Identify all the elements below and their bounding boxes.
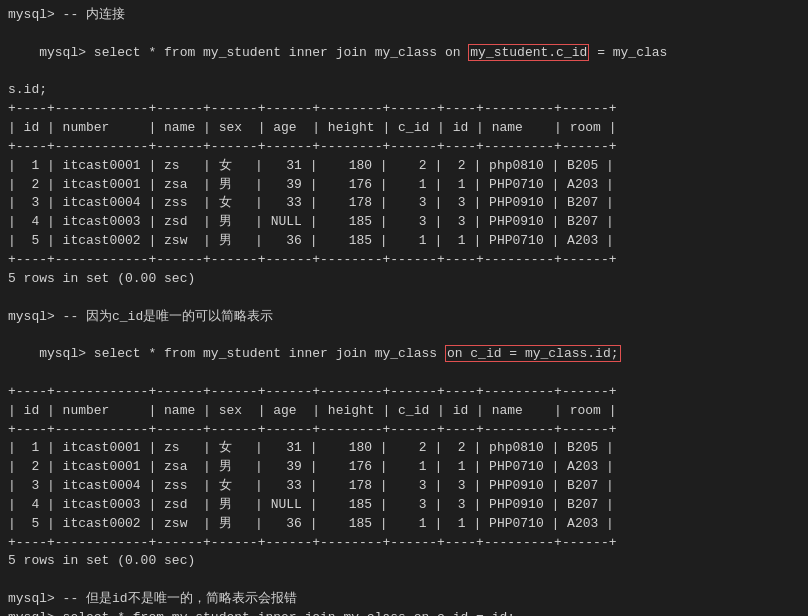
table2-row-2: | 2 | itcast0001 | zsa | 男 | 39 | 176 | … (8, 458, 800, 477)
table1-row-2: | 2 | itcast0001 | zsa | 男 | 39 | 176 | … (8, 176, 800, 195)
table1-header: | id | number | name | sex | age | heigh… (8, 119, 800, 138)
table1-row-5: | 5 | itcast0002 | zsw | 男 | 36 | 185 | … (8, 232, 800, 251)
table1-border-mid: +----+------------+------+------+------+… (8, 138, 800, 157)
highlight-student-cid: my_student.c_id (468, 44, 589, 61)
table1-border-top: +----+------------+------+------+------+… (8, 100, 800, 119)
terminal-window: mysql> -- 内连接 mysql> select * from my_st… (0, 0, 808, 616)
table2-row-4: | 4 | itcast0003 | zsd | 男 | NULL | 185 … (8, 496, 800, 515)
table1-result: 5 rows in set (0.00 sec) (8, 270, 800, 289)
line-15: mysql> -- 因为c_id是唯一的可以简略表示 (8, 308, 800, 327)
blank-2 (8, 571, 800, 590)
line-16: mysql> select * from my_student inner jo… (8, 326, 800, 383)
table1-row-1: | 1 | itcast0001 | zs | 女 | 31 | 180 | 2… (8, 157, 800, 176)
table1-row-3: | 3 | itcast0004 | zss | 女 | 33 | 178 | … (8, 194, 800, 213)
line-2: mysql> select * from my_student inner jo… (8, 25, 800, 82)
line-29: mysql> select * from my_student inner jo… (8, 609, 800, 616)
highlight-on-cid: on c_id = my_class.id; (445, 345, 621, 362)
table2-row-5: | 5 | itcast0002 | zsw | 男 | 36 | 185 | … (8, 515, 800, 534)
table2-row-3: | 3 | itcast0004 | zss | 女 | 33 | 178 | … (8, 477, 800, 496)
table1-border-bot: +----+------------+------+------+------+… (8, 251, 800, 270)
table1-row-4: | 4 | itcast0003 | zsd | 男 | NULL | 185 … (8, 213, 800, 232)
table2-result: 5 rows in set (0.00 sec) (8, 552, 800, 571)
table2-border-mid: +----+------------+------+------+------+… (8, 421, 800, 440)
table2-border-top: +----+------------+------+------+------+… (8, 383, 800, 402)
table2-border-bot: +----+------------+------+------+------+… (8, 534, 800, 553)
table2-header: | id | number | name | sex | age | heigh… (8, 402, 800, 421)
line-28: mysql> -- 但是id不是唯一的，简略表示会报错 (8, 590, 800, 609)
line-2-suffix: = my_clas (589, 45, 667, 60)
line-3: s.id; (8, 81, 800, 100)
line-2-prefix: mysql> select * from my_student inner jo… (39, 45, 468, 60)
line-16-prefix: mysql> select * from my_student inner jo… (39, 346, 445, 361)
table2-row-1: | 1 | itcast0001 | zs | 女 | 31 | 180 | 2… (8, 439, 800, 458)
blank-1 (8, 289, 800, 308)
line-1: mysql> -- 内连接 (8, 6, 800, 25)
